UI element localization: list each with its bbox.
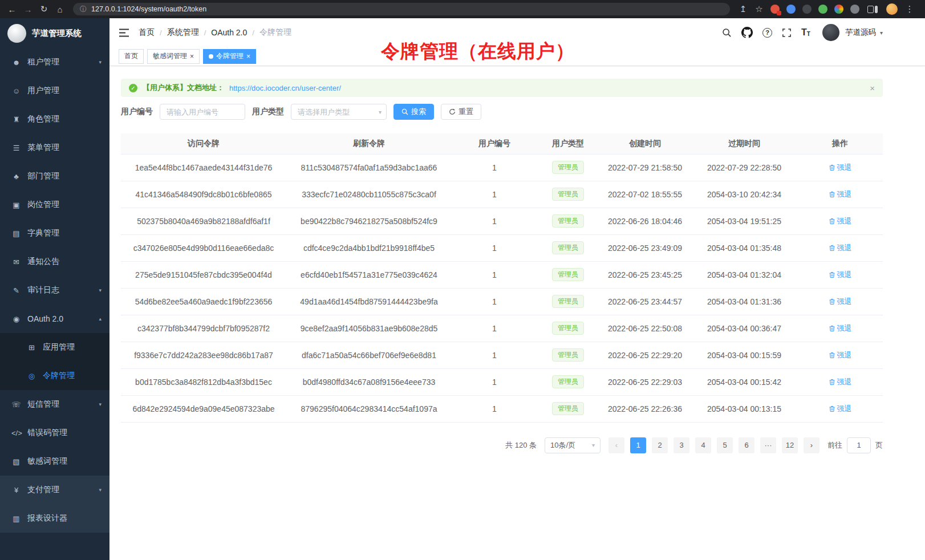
cell-user-type: 管理员 (537, 234, 599, 261)
sidebar-item-11[interactable]: ◎令牌管理 (0, 362, 109, 390)
cell-create-time: 2022-06-25 22:50:08 (599, 315, 691, 342)
search-icon[interactable] (722, 28, 732, 38)
breadcrumb-item-1[interactable]: 系统管理 (167, 27, 199, 38)
extension-icon-blue[interactable] (786, 5, 796, 14)
user-type-tag: 管理员 (552, 214, 584, 227)
sidebar-item-5[interactable]: ▣岗位管理 (0, 190, 109, 219)
sidebar-item-8[interactable]: ✎审计日志▾ (0, 276, 109, 305)
sidebar-item-4[interactable]: ♣部门管理 (0, 162, 109, 190)
force-logout-button[interactable]: 强退 (829, 297, 852, 307)
user-id-input[interactable] (160, 104, 245, 120)
user-name[interactable]: 芋道源码 (845, 27, 876, 38)
cell-create-time: 2022-07-02 18:55:55 (599, 181, 691, 208)
home-icon[interactable]: ⌂ (52, 2, 67, 17)
force-logout-button[interactable]: 强退 (829, 243, 852, 253)
sidebar-item-label: 用户管理 (27, 86, 102, 96)
page-button-4[interactable]: 4 (695, 437, 711, 453)
force-logout-label: 强退 (837, 404, 852, 414)
force-logout-button[interactable]: 强退 (829, 189, 852, 200)
goto-page-input[interactable] (847, 437, 871, 453)
collapse-menu-icon[interactable] (119, 29, 129, 37)
caret-down-icon[interactable]: ▾ (880, 30, 883, 36)
extension-icon-dark[interactable] (802, 5, 812, 14)
force-logout-button[interactable]: 强退 (829, 404, 852, 414)
sidebar-item-10[interactable]: ⊞应用管理 (0, 333, 109, 362)
sidebar-item-16[interactable]: ▥报表设计器 (0, 504, 109, 533)
reload-icon[interactable]: ↻ (36, 2, 51, 17)
font-size-icon[interactable]: TT (801, 28, 810, 37)
sidebar-item-label: 岗位管理 (27, 200, 102, 210)
goto-unit: 页 (875, 440, 883, 451)
site-info-icon[interactable]: ⓘ (80, 5, 87, 14)
cell-user-type: 管理员 (537, 315, 599, 342)
reset-button[interactable]: 重置 (441, 104, 481, 120)
alert-doc-link[interactable]: https://doc.iocoder.cn/user-center/ (229, 84, 341, 92)
prev-page-button[interactable]: ‹ (608, 437, 624, 453)
page-button-5[interactable]: 5 (717, 437, 733, 453)
sidebar-item-15[interactable]: ¥支付管理▾ (0, 476, 109, 504)
trash-icon (829, 379, 835, 385)
alert-close-icon[interactable]: × (870, 83, 875, 93)
github-icon[interactable] (741, 27, 753, 38)
sidebar-item-7[interactable]: ✉通知公告 (0, 247, 109, 276)
cell-expire-time: 2054-03-10 20:42:34 (691, 181, 797, 208)
breadcrumb-item-2[interactable]: OAuth 2.0 (211, 28, 247, 37)
tab-0[interactable]: 首页 (119, 49, 144, 64)
user-type-select-input[interactable] (291, 104, 387, 120)
tab-close-icon[interactable]: × (190, 53, 194, 60)
page-button-3[interactable]: 3 (674, 437, 689, 453)
side-panel-icon[interactable] (867, 6, 878, 13)
force-logout-button[interactable]: 强退 (829, 323, 852, 334)
sidebar-item-0[interactable]: ☻租户管理▾ (0, 48, 109, 76)
sidebar-item-2[interactable]: ♜角色管理 (0, 105, 109, 133)
oauth-icon: ◉ (11, 315, 21, 323)
sidebar-item-3[interactable]: ☰菜单管理 (0, 133, 109, 162)
force-logout-button[interactable]: 强退 (829, 216, 852, 226)
help-icon[interactable]: ? (762, 28, 772, 38)
address-bar[interactable]: ⓘ 127.0.0.1:1024/system/oauth2/token (73, 3, 730, 15)
force-logout-button[interactable]: 强退 (829, 270, 852, 280)
breadcrumb-item-0[interactable]: 首页 (139, 27, 155, 38)
force-logout-button[interactable]: 强退 (829, 350, 852, 360)
page-button-2[interactable]: 2 (652, 437, 668, 453)
sidebar-item-6[interactable]: ▤字典管理 (0, 219, 109, 247)
extension-icon-gray[interactable] (850, 5, 859, 14)
page-button-12[interactable]: 12 (782, 437, 798, 453)
cell-expire-time: 2054-03-04 01:31:36 (691, 288, 797, 315)
tab-2[interactable]: 令牌管理× (203, 49, 256, 64)
browser-menu-icon[interactable]: ⋮ (902, 2, 917, 17)
more-pages-button[interactable]: ··· (760, 437, 776, 453)
forward-icon[interactable]: → (21, 2, 35, 17)
tab-1[interactable]: 敏感词管理× (147, 49, 200, 64)
extension-icon-red[interactable] (770, 5, 780, 14)
next-page-button[interactable]: › (804, 437, 819, 453)
extension-icon-green[interactable] (818, 5, 827, 14)
page-button-1[interactable]: 1 (630, 437, 646, 453)
sidebar-item-1[interactable]: ☺用户管理 (0, 76, 109, 105)
search-button[interactable]: 搜索 (393, 104, 434, 120)
fullscreen-icon[interactable] (782, 28, 792, 38)
extension-icon-multicolor[interactable] (834, 5, 843, 14)
sensitive-word-icon: ▧ (11, 457, 21, 466)
force-logout-button[interactable]: 强退 (829, 377, 852, 387)
browser-profile-avatar[interactable] (886, 3, 898, 15)
cell-user-id: 1 (452, 234, 537, 261)
cell-refresh-token: dfa6c71a50a54c66bef706ef9e6e8d81 (286, 342, 452, 368)
bookmark-star-icon[interactable]: ☆ (752, 2, 766, 17)
sidebar-item-13[interactable]: </>错误码管理 (0, 419, 109, 447)
column-header-4: 创建时间 (599, 133, 691, 154)
page-button-6[interactable]: 6 (739, 437, 754, 453)
sidebar-item-9[interactable]: ◉OAuth 2.0▴ (0, 305, 109, 333)
user-type-select[interactable]: ▾ (291, 104, 387, 120)
user-avatar[interactable] (822, 24, 839, 41)
trash-icon (829, 191, 835, 198)
sidebar-item-label: 通知公告 (27, 257, 102, 267)
sidebar-item-12[interactable]: ☏短信管理▾ (0, 390, 109, 419)
page-size-select[interactable]: 10条/页 ▾ (545, 437, 601, 453)
back-icon[interactable]: ← (5, 2, 19, 17)
force-logout-button[interactable]: 强退 (829, 163, 852, 173)
share-icon[interactable]: ↥ (736, 2, 750, 17)
user-icon: ☺ (11, 87, 21, 95)
tab-close-icon[interactable]: × (246, 53, 250, 60)
sidebar-item-14[interactable]: ▧敏感词管理 (0, 447, 109, 476)
